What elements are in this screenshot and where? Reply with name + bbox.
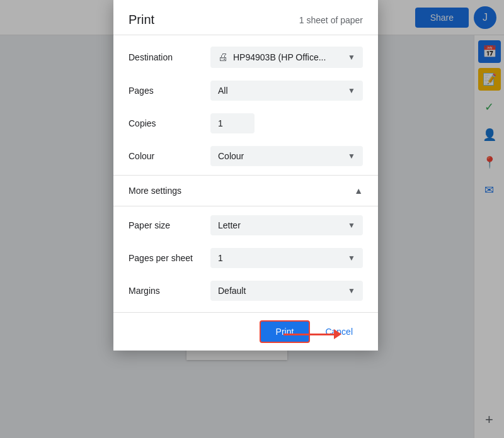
pages-per-sheet-chevron-down-icon: ▼: [348, 254, 355, 262]
pages-per-sheet-label: Pages per sheet: [129, 253, 210, 263]
more-settings-row[interactable]: More settings ▲: [113, 178, 378, 203]
paper-size-value: Letter: [218, 220, 345, 230]
destination-chevron-down-icon: ▼: [348, 53, 355, 62]
destination-value: HP94903B (HP Office...: [233, 52, 345, 62]
paper-size-select[interactable]: Letter ▼: [210, 215, 363, 235]
dialog-header: Print 1 sheet of paper: [113, 0, 378, 35]
divider-2: [113, 206, 378, 206]
margins-control: Default ▼: [210, 281, 363, 301]
destination-control: 🖨 HP94903B (HP Office... ▼: [210, 47, 363, 68]
copies-input[interactable]: [210, 113, 255, 133]
destination-select[interactable]: 🖨 HP94903B (HP Office... ▼: [210, 47, 363, 68]
pages-per-sheet-row: Pages per sheet 1 ▼: [113, 242, 378, 274]
dialog-overlay: Print 1 sheet of paper Destination 🖨 HP9…: [0, 0, 504, 438]
pages-row: Pages All ▼: [113, 74, 378, 107]
more-settings-chevron-up-icon: ▲: [354, 186, 363, 196]
copies-label: Copies: [129, 118, 210, 128]
margins-select[interactable]: Default ▼: [210, 281, 363, 301]
margins-chevron-down-icon: ▼: [348, 286, 355, 295]
colour-row: Colour Colour ▼: [113, 140, 378, 172]
paper-size-chevron-down-icon: ▼: [348, 221, 355, 230]
destination-row: Destination 🖨 HP94903B (HP Office... ▼: [113, 40, 378, 74]
pages-per-sheet-value: 1: [218, 253, 345, 263]
dialog-footer: Print Cancel: [113, 312, 378, 351]
arrow-line: [284, 334, 334, 335]
pages-chevron-down-icon: ▼: [348, 86, 355, 95]
dialog-body[interactable]: Destination 🖨 HP94903B (HP Office... ▼ P…: [113, 35, 378, 312]
pages-select[interactable]: All ▼: [210, 81, 363, 101]
colour-control: Colour ▼: [210, 146, 363, 166]
pages-control: All ▼: [210, 81, 363, 101]
pages-label: Pages: [129, 86, 210, 96]
print-dialog: Print 1 sheet of paper Destination 🖨 HP9…: [113, 0, 378, 351]
paper-size-control: Letter ▼: [210, 215, 363, 235]
pages-per-sheet-select[interactable]: 1 ▼: [210, 248, 363, 268]
sheet-count: 1 sheet of paper: [299, 15, 363, 25]
copies-control: [210, 113, 363, 133]
divider-1: [113, 175, 378, 176]
margins-value: Default: [218, 286, 345, 296]
pages-value: All: [218, 86, 345, 96]
arrow-head-icon: [334, 329, 341, 339]
colour-select[interactable]: Colour ▼: [210, 146, 363, 166]
colour-label: Colour: [129, 151, 210, 161]
copies-row: Copies: [113, 107, 378, 140]
paper-size-label: Paper size: [129, 220, 210, 230]
colour-chevron-down-icon: ▼: [348, 152, 355, 160]
paper-size-row: Paper size Letter ▼: [113, 209, 378, 242]
destination-label: Destination: [129, 52, 210, 62]
margins-label: Margins: [129, 286, 210, 296]
dialog-title: Print: [129, 13, 154, 27]
colour-value: Colour: [218, 151, 345, 161]
arrow-annotation: [284, 329, 341, 339]
printer-icon: 🖨: [218, 52, 228, 63]
more-settings-label: More settings: [129, 186, 354, 196]
margins-row: Margins Default ▼: [113, 274, 378, 307]
pages-per-sheet-control: 1 ▼: [210, 248, 363, 268]
